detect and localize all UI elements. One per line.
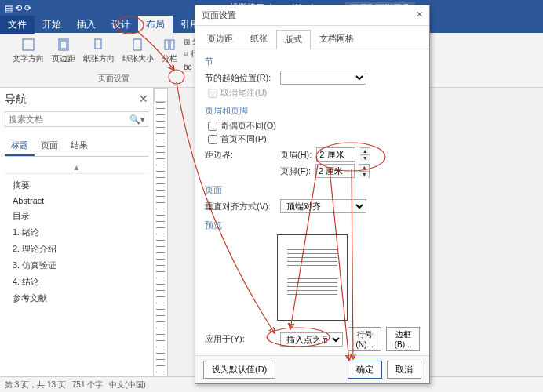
- page-setup-dialog: 页面设置✕ 页边距 纸张 版式 文档网格 节 节的起始位置(R): 取消尾注(U…: [195, 5, 430, 384]
- status-words[interactable]: 751 个字: [72, 379, 103, 390]
- cancel-button[interactable]: 取消: [387, 361, 421, 379]
- footer-label: 页脚(F):: [280, 165, 311, 177]
- nav-item[interactable]: Abstract: [5, 194, 148, 208]
- odd-even-checkbox[interactable]: [208, 122, 217, 131]
- nav-item[interactable]: 4. 结论: [5, 274, 148, 290]
- dlg-tab-margins[interactable]: 页边距: [199, 29, 242, 49]
- suppress-endnotes-checkbox: [208, 89, 217, 98]
- quick-access[interactable]: ▤ ⟲ ⟳: [5, 3, 31, 13]
- nav-tab-headings[interactable]: 标题: [5, 136, 35, 156]
- apply-to-select[interactable]: 插入点之后: [280, 332, 343, 347]
- first-page-checkbox[interactable]: [208, 135, 217, 144]
- ok-button[interactable]: 确定: [348, 361, 382, 379]
- nav-tab-results[interactable]: 结果: [64, 136, 94, 156]
- section-start-select[interactable]: [280, 71, 366, 85]
- preview-title: 预览: [205, 220, 420, 231]
- header-footer-title: 页眉和页脚: [205, 105, 420, 117]
- footer-spinner[interactable]: ▲▼: [359, 164, 370, 178]
- svg-rect-5: [165, 40, 169, 49]
- status-page[interactable]: 第 3 页，共 13 页: [5, 379, 66, 390]
- size-button[interactable]: 纸张大小: [121, 36, 155, 66]
- nav-collapse-icon[interactable]: ▲: [5, 162, 148, 174]
- preview-box: [277, 234, 348, 321]
- tab-file[interactable]: 文件: [0, 16, 35, 34]
- dlg-tab-layout[interactable]: 版式: [276, 30, 311, 49]
- navigation-pane: 导航✕ 🔍▾ 标题 页面 结果 ▲ 摘要 Abstract 目录 1. 绪论 2…: [0, 88, 154, 376]
- ruler-corner[interactable]: [154, 88, 168, 102]
- dlg-tab-grid[interactable]: 文档网格: [311, 29, 363, 49]
- svg-rect-6: [170, 40, 174, 49]
- nav-tab-pages[interactable]: 页面: [35, 136, 64, 156]
- tab-design[interactable]: 设计: [104, 16, 138, 34]
- section-start-label: 节的起始位置(R):: [205, 72, 275, 84]
- suppress-endnotes-label: 取消尾注(U): [220, 87, 267, 99]
- footer-distance-input[interactable]: [315, 164, 355, 178]
- vertical-ruler[interactable]: [154, 102, 168, 376]
- tab-home[interactable]: 开始: [35, 16, 69, 34]
- odd-even-label: 奇偶页不同(O): [220, 120, 276, 132]
- margins-button[interactable]: 页边距: [50, 36, 77, 66]
- apply-to-label: 应用于(Y):: [205, 333, 275, 345]
- nav-items: 摘要 Abstract 目录 1. 绪论 2. 理论介绍 3. 仿真验证 4. …: [5, 177, 148, 307]
- valign-label: 垂直对齐方式(V):: [205, 201, 275, 212]
- search-icon[interactable]: 🔍▾: [129, 114, 145, 125]
- nav-close-icon[interactable]: ✕: [139, 93, 148, 107]
- svg-rect-0: [23, 39, 34, 50]
- nav-item[interactable]: 摘要: [5, 177, 148, 194]
- header-label: 页眉(H):: [280, 149, 312, 161]
- columns-button[interactable]: 分栏: [160, 36, 179, 66]
- tab-insert[interactable]: 插入: [69, 16, 104, 34]
- nav-item[interactable]: 2. 理论介绍: [5, 241, 148, 257]
- nav-item[interactable]: 3. 仿真验证: [5, 257, 148, 274]
- line-numbers-button[interactable]: 行号(N)...: [348, 327, 381, 351]
- first-page-label: 首页不同(P): [220, 133, 267, 145]
- default-button[interactable]: 设为默认值(D): [203, 361, 275, 379]
- page-title: 页面: [205, 184, 420, 196]
- dialog-close-icon[interactable]: ✕: [416, 9, 423, 21]
- svg-rect-4: [133, 39, 141, 50]
- nav-title: 导航: [5, 93, 27, 107]
- section-title: 节: [205, 56, 420, 67]
- orientation-button[interactable]: 纸张方向: [82, 36, 116, 66]
- borders-button[interactable]: 边框(B)...: [386, 327, 420, 351]
- distance-label: 距边界:: [205, 149, 275, 161]
- dlg-tab-paper[interactable]: 纸张: [242, 29, 276, 49]
- nav-item[interactable]: 1. 绪论: [5, 224, 148, 241]
- dialog-title: 页面设置: [202, 9, 236, 21]
- svg-rect-3: [95, 39, 101, 49]
- header-spinner[interactable]: ▲▼: [360, 147, 370, 162]
- svg-rect-2: [60, 41, 67, 49]
- tab-layout[interactable]: 布局: [138, 16, 173, 34]
- text-direction-button[interactable]: 文字方向: [11, 36, 46, 66]
- search-input[interactable]: [5, 111, 148, 127]
- nav-item[interactable]: 参考文献: [5, 290, 148, 307]
- valign-select[interactable]: 顶端对齐: [280, 199, 366, 213]
- nav-item[interactable]: 目录: [5, 208, 148, 224]
- page-setup-group-label: 页面设置↘: [11, 73, 216, 84]
- status-lang[interactable]: 中文(中国): [109, 379, 146, 390]
- header-distance-input[interactable]: [316, 147, 355, 162]
